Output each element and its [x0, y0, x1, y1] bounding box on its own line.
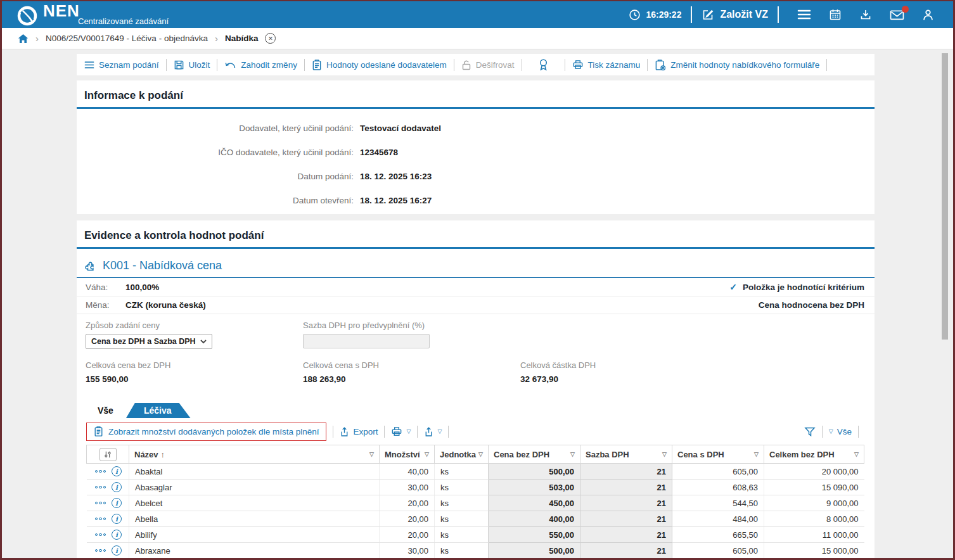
- vat-prefill-input[interactable]: [303, 334, 430, 348]
- header-mnozstvi[interactable]: Množství▽: [380, 445, 435, 464]
- mail-icon[interactable]: [890, 10, 904, 20]
- row-menu-icon[interactable]: [95, 470, 106, 473]
- user-icon[interactable]: [922, 9, 934, 21]
- table-row: i Abelcet 20,00 ks 450,00 21 544,50 9 00…: [87, 495, 864, 511]
- sort-asc-icon: ↑: [161, 450, 165, 459]
- filter-triangle-icon[interactable]: ▽: [754, 451, 759, 457]
- info-icon[interactable]: i: [112, 514, 122, 524]
- filter-triangle-icon[interactable]: ▽: [854, 451, 859, 457]
- price-flag: Cena hodnocena bez DPH: [759, 300, 864, 310]
- cell-cena-bez-dph[interactable]: 550,00: [489, 527, 580, 543]
- scrollbar-thumb[interactable]: [942, 53, 948, 340]
- tab-vse[interactable]: Vše: [86, 403, 129, 418]
- cell-cena-bez-dph[interactable]: 500,00: [489, 464, 580, 480]
- vat-prefill-field: Sazba DPH pro předvyplnění (%): [303, 321, 520, 349]
- cell-celkem-bez-dph: 11 000,00: [764, 527, 864, 543]
- download-icon[interactable]: [859, 8, 872, 21]
- tab-leciva[interactable]: Léčiva: [126, 403, 191, 418]
- field-label: Dodavatel, který učinil podání:: [77, 124, 360, 133]
- cell-sazba-dph[interactable]: 21: [580, 511, 672, 527]
- share-dropdown-button[interactable]: ▽: [424, 426, 442, 437]
- toolbar-label: Seznam podání: [99, 60, 159, 70]
- row-menu-icon[interactable]: [95, 549, 106, 552]
- cell-sazba-dph[interactable]: 21: [580, 543, 672, 559]
- cell-sazba-dph[interactable]: 21: [580, 527, 672, 543]
- toolbar-desifrovat[interactable]: Dešifrovat: [461, 60, 515, 70]
- column-settings-icon[interactable]: [99, 448, 117, 461]
- cell-sazba-dph[interactable]: 21: [580, 495, 672, 511]
- filter-icon[interactable]: [804, 426, 816, 437]
- total-net: Celková cena bez DPH 155 590,00: [86, 360, 303, 384]
- cell-sazba-dph[interactable]: 21: [580, 464, 672, 480]
- close-circle-icon[interactable]: ✕: [265, 33, 276, 44]
- unlock-icon: [461, 60, 471, 70]
- calendar-icon[interactable]: [829, 8, 842, 21]
- nen-logo-icon: [17, 6, 37, 26]
- show-quantities-button[interactable]: Zobrazit množství dodávaných položek dle…: [86, 423, 326, 441]
- divider: [522, 59, 522, 71]
- dropdown-triangle-icon: ▽: [829, 428, 833, 435]
- topbar-right: 16:29:22 Založit VZ: [629, 6, 943, 23]
- header-celkem-bez-dph[interactable]: Celkem bez DPH▽: [764, 445, 864, 464]
- header-cena-s-dph[interactable]: Cena s DPH▽: [672, 445, 764, 464]
- menu-icon[interactable]: [797, 9, 811, 20]
- clipboard-icon: [94, 426, 103, 437]
- filter-preset-dropdown[interactable]: ▽ Vše: [829, 427, 852, 436]
- row-menu-icon[interactable]: [95, 502, 106, 505]
- toolbar-zahodit-zmeny[interactable]: Zahodit změny: [224, 60, 297, 70]
- info-icon[interactable]: i: [112, 498, 122, 508]
- info-icon[interactable]: i: [112, 530, 122, 540]
- total-label: Celková částka DPH: [520, 360, 738, 370]
- cell-cena-bez-dph[interactable]: 500,00: [489, 543, 580, 559]
- header-label: Sazba DPH: [586, 450, 629, 459]
- section-title: Informace k podání: [77, 80, 875, 107]
- filter-triangle-icon[interactable]: ▽: [425, 451, 429, 457]
- breadcrumb-item[interactable]: N006/25/V00017649 - Léčiva - objednávka: [46, 34, 208, 43]
- toolbar-hodnoty-odeslane[interactable]: Hodnoty odeslané dodavatelem: [312, 59, 447, 71]
- vertical-scrollbar[interactable]: [942, 51, 948, 555]
- cell-cena-bez-dph[interactable]: 400,00: [489, 511, 580, 527]
- info-icon[interactable]: i: [112, 466, 122, 476]
- save-icon: [174, 60, 184, 70]
- divider: [822, 426, 823, 438]
- total-value: 32 673,90: [520, 374, 738, 384]
- header-jednotka[interactable]: Jednotka▽: [435, 445, 489, 464]
- info-icon[interactable]: i: [112, 482, 122, 492]
- toolbar-label: Zahodit změny: [241, 60, 297, 70]
- header-nazev[interactable]: Název↑ ▽: [129, 445, 380, 464]
- info-icon[interactable]: i: [112, 545, 122, 556]
- info-section: Informace k podání Dodavatel, který učin…: [77, 80, 875, 214]
- dropdown-triangle-icon: ▽: [437, 428, 442, 435]
- filter-triangle-icon[interactable]: ▽: [478, 451, 483, 457]
- header-cena-bez-dph[interactable]: Cena bez DPH▽: [489, 445, 580, 464]
- divider: [826, 59, 827, 71]
- price-form: Způsob zadání ceny Cena bez DPH a Sazba …: [77, 314, 875, 349]
- filter-triangle-icon[interactable]: ▽: [570, 451, 575, 457]
- toolbar-label: Změnit hodnoty nabídkového formuláře: [670, 60, 819, 70]
- row-menu-icon[interactable]: [95, 533, 106, 537]
- cell-nazev: Abaktal: [129, 464, 380, 480]
- export-button[interactable]: Export: [340, 426, 378, 437]
- toolbar-zmenit-hodnoty[interactable]: Změnit hodnoty nabídkového formuláře: [655, 59, 819, 71]
- toolbar-seznam-podani[interactable]: Seznam podání: [84, 60, 159, 70]
- cell-sazba-dph[interactable]: 21: [580, 480, 672, 495]
- price-mode-select[interactable]: Cena bez DPH a Sazba DPH: [86, 334, 212, 349]
- create-vz-button[interactable]: Založit VZ: [702, 8, 768, 21]
- print-dropdown-button[interactable]: ▽: [391, 426, 411, 437]
- row-menu-icon[interactable]: [95, 486, 106, 489]
- cell-cena-bez-dph[interactable]: 450,00: [489, 495, 580, 511]
- row-menu-icon[interactable]: [95, 518, 106, 521]
- item-tabs: Vše Léčiva: [86, 403, 875, 418]
- cell-nazev: Abilify: [129, 527, 380, 543]
- cell-mnozstvi: 40,00: [380, 464, 435, 480]
- toolbar-tisk-zaznamu[interactable]: Tisk záznamu: [572, 59, 641, 70]
- filter-triangle-icon[interactable]: ▽: [369, 451, 374, 457]
- toolbar-seal-button[interactable]: [538, 58, 549, 72]
- toolbar-ulozit[interactable]: Uložit: [174, 60, 210, 70]
- home-icon[interactable]: [18, 34, 29, 44]
- filter-triangle-icon[interactable]: ▽: [662, 451, 667, 457]
- header-sazba-dph[interactable]: Sazba DPH▽: [580, 445, 672, 464]
- cell-cena-bez-dph[interactable]: 503,00: [489, 480, 580, 495]
- clock-icon: [629, 9, 641, 21]
- cell-celkem-bez-dph: 15 090,00: [764, 480, 864, 495]
